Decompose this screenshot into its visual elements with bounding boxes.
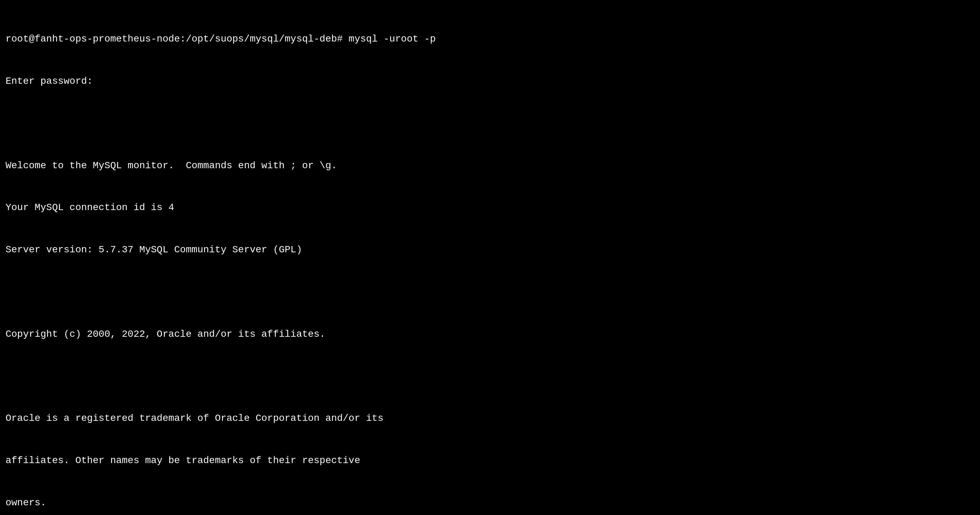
oracle-line-1: Oracle is a registered trademark of Orac… <box>6 411 974 426</box>
cmd-prompt-line: root@fanht-ops-prometheus-node:/opt/suop… <box>6 32 974 46</box>
connection-id-line: Your MySQL connection id is 4 <box>6 201 974 215</box>
enter-password-line: Enter password: <box>6 74 974 89</box>
server-version-line: Server version: 5.7.37 MySQL Community S… <box>6 243 974 257</box>
copyright-line: Copyright (c) 2000, 2022, Oracle and/or … <box>6 327 974 341</box>
oracle-line-3: owners. <box>6 496 974 510</box>
terminal: root@fanht-ops-prometheus-node:/opt/suop… <box>6 4 974 515</box>
oracle-line-2: affiliates. Other names may be trademark… <box>6 454 974 468</box>
welcome-line: Welcome to the MySQL monitor. Commands e… <box>6 159 974 173</box>
blank-line-1 <box>6 116 974 131</box>
blank-line-2 <box>6 285 974 300</box>
blank-line-3 <box>6 369 974 383</box>
